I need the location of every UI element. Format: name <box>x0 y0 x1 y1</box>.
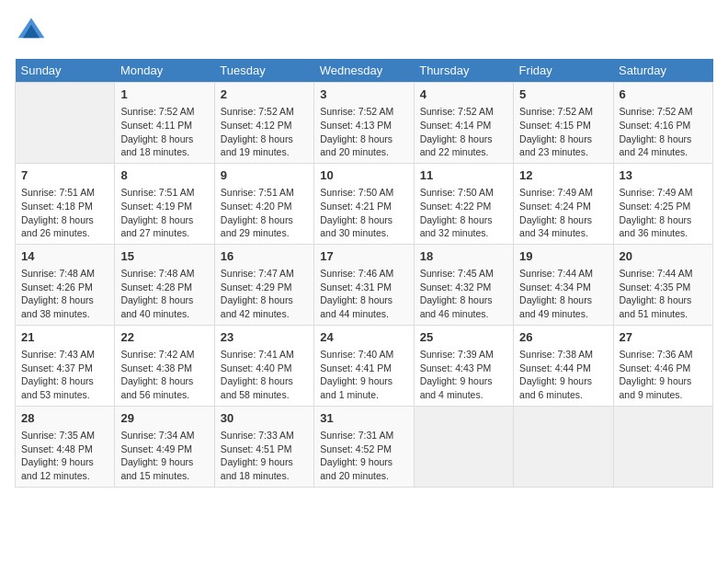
calendar-cell: 2 Sunrise: 7:52 AM Sunset: 4:12 PM Dayli… <box>214 83 313 164</box>
day-number: 24 <box>320 329 407 346</box>
day-info: Sunrise: 7:44 AM Sunset: 4:34 PM Dayligh… <box>519 267 607 321</box>
day-number: 10 <box>320 167 407 184</box>
day-number: 26 <box>519 329 607 346</box>
day-info: Sunrise: 7:35 AM Sunset: 4:48 PM Dayligh… <box>21 429 108 483</box>
calendar-week-row: 21 Sunrise: 7:43 AM Sunset: 4:37 PM Dayl… <box>16 325 713 406</box>
logo <box>15 15 51 48</box>
day-number: 16 <box>221 248 308 265</box>
day-info: Sunrise: 7:51 AM Sunset: 4:18 PM Dayligh… <box>21 186 108 240</box>
day-info: Sunrise: 7:46 AM Sunset: 4:31 PM Dayligh… <box>320 267 407 321</box>
day-number: 19 <box>519 248 607 265</box>
day-info: Sunrise: 7:51 AM Sunset: 4:19 PM Dayligh… <box>120 186 208 240</box>
day-info: Sunrise: 7:34 AM Sunset: 4:49 PM Dayligh… <box>120 429 208 483</box>
calendar-cell: 4 Sunrise: 7:52 AM Sunset: 4:14 PM Dayli… <box>414 83 513 164</box>
day-number: 30 <box>221 410 308 427</box>
day-info: Sunrise: 7:48 AM Sunset: 4:26 PM Dayligh… <box>21 267 108 321</box>
logo-icon <box>15 15 48 48</box>
day-info: Sunrise: 7:45 AM Sunset: 4:32 PM Dayligh… <box>420 267 507 321</box>
calendar-cell: 27 Sunrise: 7:36 AM Sunset: 4:46 PM Dayl… <box>613 325 712 406</box>
day-number: 7 <box>21 167 108 184</box>
day-number: 22 <box>120 329 208 346</box>
day-number: 9 <box>221 167 308 184</box>
day-number: 18 <box>420 248 507 265</box>
day-info: Sunrise: 7:52 AM Sunset: 4:11 PM Dayligh… <box>120 105 208 159</box>
calendar-cell: 14 Sunrise: 7:48 AM Sunset: 4:26 PM Dayl… <box>16 244 115 325</box>
weekday-header: Sunday <box>16 59 115 83</box>
day-info: Sunrise: 7:51 AM Sunset: 4:20 PM Dayligh… <box>221 186 308 240</box>
calendar-cell: 12 Sunrise: 7:49 AM Sunset: 4:24 PM Dayl… <box>514 163 613 244</box>
calendar-cell: 26 Sunrise: 7:38 AM Sunset: 4:44 PM Dayl… <box>514 325 613 406</box>
day-info: Sunrise: 7:52 AM Sunset: 4:14 PM Dayligh… <box>420 105 507 159</box>
calendar-cell: 1 Sunrise: 7:52 AM Sunset: 4:11 PM Dayli… <box>115 83 214 164</box>
calendar-cell: 31 Sunrise: 7:31 AM Sunset: 4:52 PM Dayl… <box>314 406 414 487</box>
calendar-cell: 17 Sunrise: 7:46 AM Sunset: 4:31 PM Dayl… <box>314 244 414 325</box>
calendar-cell: 6 Sunrise: 7:52 AM Sunset: 4:16 PM Dayli… <box>613 83 712 164</box>
weekday-header: Wednesday <box>314 59 414 83</box>
calendar-cell: 3 Sunrise: 7:52 AM Sunset: 4:13 PM Dayli… <box>314 83 414 164</box>
day-info: Sunrise: 7:49 AM Sunset: 4:25 PM Dayligh… <box>620 186 707 240</box>
calendar-cell: 11 Sunrise: 7:50 AM Sunset: 4:22 PM Dayl… <box>414 163 513 244</box>
weekday-header: Tuesday <box>214 59 313 83</box>
weekday-header: Thursday <box>414 59 513 83</box>
calendar-cell: 20 Sunrise: 7:44 AM Sunset: 4:35 PM Dayl… <box>613 244 712 325</box>
day-info: Sunrise: 7:31 AM Sunset: 4:52 PM Dayligh… <box>320 429 407 483</box>
calendar-cell: 23 Sunrise: 7:41 AM Sunset: 4:40 PM Dayl… <box>214 325 313 406</box>
calendar-table: SundayMondayTuesdayWednesdayThursdayFrid… <box>15 59 713 488</box>
calendar-week-row: 14 Sunrise: 7:48 AM Sunset: 4:26 PM Dayl… <box>16 244 713 325</box>
day-info: Sunrise: 7:47 AM Sunset: 4:29 PM Dayligh… <box>221 267 308 321</box>
day-info: Sunrise: 7:44 AM Sunset: 4:35 PM Dayligh… <box>620 267 707 321</box>
weekday-header-row: SundayMondayTuesdayWednesdayThursdayFrid… <box>16 59 713 83</box>
calendar-cell: 18 Sunrise: 7:45 AM Sunset: 4:32 PM Dayl… <box>414 244 513 325</box>
calendar-week-row: 7 Sunrise: 7:51 AM Sunset: 4:18 PM Dayli… <box>16 163 713 244</box>
day-number: 5 <box>519 86 607 103</box>
day-info: Sunrise: 7:42 AM Sunset: 4:38 PM Dayligh… <box>120 348 208 402</box>
day-number: 27 <box>620 329 707 346</box>
calendar-week-row: 1 Sunrise: 7:52 AM Sunset: 4:11 PM Dayli… <box>16 83 713 164</box>
day-number: 23 <box>221 329 308 346</box>
weekday-header: Monday <box>115 59 214 83</box>
day-number: 17 <box>320 248 407 265</box>
calendar-cell: 5 Sunrise: 7:52 AM Sunset: 4:15 PM Dayli… <box>514 83 613 164</box>
calendar-cell: 15 Sunrise: 7:48 AM Sunset: 4:28 PM Dayl… <box>115 244 214 325</box>
day-number: 20 <box>620 248 707 265</box>
day-info: Sunrise: 7:48 AM Sunset: 4:28 PM Dayligh… <box>120 267 208 321</box>
page-header <box>15 15 713 48</box>
day-number: 28 <box>21 410 108 427</box>
day-info: Sunrise: 7:41 AM Sunset: 4:40 PM Dayligh… <box>221 348 308 402</box>
calendar-cell: 9 Sunrise: 7:51 AM Sunset: 4:20 PM Dayli… <box>214 163 313 244</box>
day-info: Sunrise: 7:50 AM Sunset: 4:22 PM Dayligh… <box>420 186 507 240</box>
day-info: Sunrise: 7:49 AM Sunset: 4:24 PM Dayligh… <box>519 186 607 240</box>
weekday-header: Friday <box>514 59 613 83</box>
day-number: 13 <box>620 167 707 184</box>
day-number: 29 <box>120 410 208 427</box>
calendar-cell <box>613 406 712 487</box>
calendar-cell: 24 Sunrise: 7:40 AM Sunset: 4:41 PM Dayl… <box>314 325 414 406</box>
calendar-cell: 19 Sunrise: 7:44 AM Sunset: 4:34 PM Dayl… <box>514 244 613 325</box>
calendar-cell: 10 Sunrise: 7:50 AM Sunset: 4:21 PM Dayl… <box>314 163 414 244</box>
day-info: Sunrise: 7:52 AM Sunset: 4:15 PM Dayligh… <box>519 105 607 159</box>
day-number: 1 <box>120 86 208 103</box>
calendar-cell: 8 Sunrise: 7:51 AM Sunset: 4:19 PM Dayli… <box>115 163 214 244</box>
calendar-cell: 29 Sunrise: 7:34 AM Sunset: 4:49 PM Dayl… <box>115 406 214 487</box>
day-number: 8 <box>120 167 208 184</box>
day-info: Sunrise: 7:52 AM Sunset: 4:13 PM Dayligh… <box>320 105 407 159</box>
calendar-cell: 21 Sunrise: 7:43 AM Sunset: 4:37 PM Dayl… <box>16 325 115 406</box>
day-number: 25 <box>420 329 507 346</box>
day-number: 11 <box>420 167 507 184</box>
calendar-cell <box>16 83 115 164</box>
day-number: 6 <box>620 86 707 103</box>
day-info: Sunrise: 7:52 AM Sunset: 4:16 PM Dayligh… <box>620 105 707 159</box>
day-info: Sunrise: 7:39 AM Sunset: 4:43 PM Dayligh… <box>420 348 507 402</box>
calendar-cell: 30 Sunrise: 7:33 AM Sunset: 4:51 PM Dayl… <box>214 406 313 487</box>
calendar-cell <box>514 406 613 487</box>
calendar-cell: 13 Sunrise: 7:49 AM Sunset: 4:25 PM Dayl… <box>613 163 712 244</box>
day-info: Sunrise: 7:43 AM Sunset: 4:37 PM Dayligh… <box>21 348 108 402</box>
weekday-header: Saturday <box>613 59 712 83</box>
day-number: 31 <box>320 410 407 427</box>
day-info: Sunrise: 7:52 AM Sunset: 4:12 PM Dayligh… <box>221 105 308 159</box>
day-number: 12 <box>519 167 607 184</box>
day-number: 4 <box>420 86 507 103</box>
day-info: Sunrise: 7:38 AM Sunset: 4:44 PM Dayligh… <box>519 348 607 402</box>
day-number: 15 <box>120 248 208 265</box>
day-info: Sunrise: 7:50 AM Sunset: 4:21 PM Dayligh… <box>320 186 407 240</box>
